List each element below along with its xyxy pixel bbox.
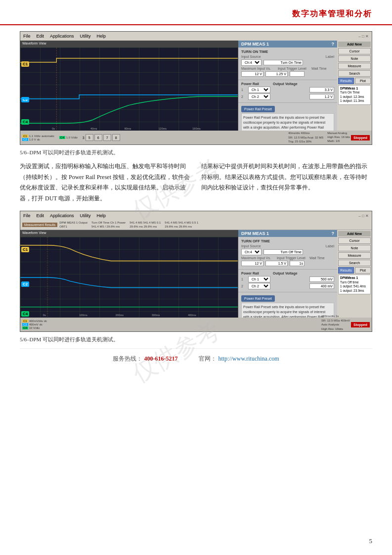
menu-help[interactable]: Help (97, 34, 106, 39)
screenshot-1: File Edit Applications Utility Help – □ … (20, 31, 372, 145)
input-source-val-row: Ch:4 (241, 59, 334, 66)
pr-label-2: Power Rail (241, 272, 271, 275)
results-btn[interactable]: Results (338, 78, 354, 84)
search-btn[interactable]: Search (338, 70, 371, 77)
ch1-select-2[interactable]: Ch 1 (248, 276, 270, 282)
ch1-output-field[interactable] (309, 87, 334, 92)
meas-h2: 541.4 MS 541.4 MS 0.1 (130, 221, 161, 225)
input-source-label-2: Input Source (241, 244, 261, 248)
menu-utility[interactable]: Utility (80, 34, 91, 39)
plot-btn[interactable]: Plot (355, 78, 371, 84)
ch2-num: 2 (241, 95, 246, 98)
plot-btn-2[interactable]: Plot (355, 267, 371, 274)
voltage-vals-row (241, 71, 334, 77)
results-btn-2[interactable]: Results (338, 267, 354, 274)
ch4-volt-2: 10 V/div (29, 326, 40, 329)
meas-results-label: Measurement Results (22, 223, 57, 227)
trigger-level-label: Input Trigger Level (278, 67, 306, 70)
osc-main-2: Waveform View C1 C2 C4 (20, 230, 372, 318)
cursor-btn-2[interactable]: Cursor (338, 237, 371, 244)
result-line1-1: Turn On Time (340, 91, 369, 94)
dpm-help-icon[interactable]: ? (332, 42, 335, 46)
label-field-2[interactable] (263, 249, 303, 255)
meas-v3: 29.6% ms 29.6% ms (165, 225, 198, 229)
menu-edit[interactable]: Edit (37, 34, 44, 39)
menu2-applications[interactable]: Applications (50, 213, 74, 218)
menu2-file[interactable]: File (23, 213, 31, 218)
menu2-help[interactable]: Help (97, 213, 106, 218)
input-source-row-2: Input Source Label (241, 244, 334, 248)
window-controls: – □ ✕ (358, 34, 369, 39)
ch2-num-2: 2 (241, 284, 246, 288)
ch-info-group: C1 1.1 V/div automatic C2 1.0 V dc (22, 135, 54, 141)
ch2-select-2[interactable]: Ch 2 (248, 283, 270, 289)
ch2-output-field-2[interactable] (309, 283, 334, 289)
trig-line2: SR: 12.5 MSa Acqt: 32 MS (288, 136, 323, 139)
result-title-1: DPMMeas 1 (340, 87, 369, 91)
num-btn-5[interactable]: 5 (86, 134, 93, 141)
ch1-select[interactable]: Ch 1 (248, 87, 270, 93)
trig-line3-2: Auto Analysis (321, 323, 350, 326)
menu2-utility[interactable]: Utility (80, 213, 91, 218)
meas-h3: 541.4 MS 541.4 MS 0.5 1 (165, 221, 198, 225)
power-rail-info-text-2: Power Rail Preset sets the inputs above … (241, 303, 334, 318)
trig-line5-2: Math: 1.5 (321, 331, 350, 332)
power-rail-preset-btn-2[interactable]: Power Rail Preset (241, 295, 275, 302)
output-label: Output Voltage (273, 82, 298, 86)
waveform-view-label: Waveform View (20, 41, 238, 47)
num-btn-6[interactable]: 6 (94, 134, 102, 141)
page-footer: 服务热线： 400-616-5217 官网： http://www.rituch… (20, 348, 372, 367)
max-input-field-2[interactable] (241, 261, 263, 266)
pr-header-row-2: Power Rail Output Voltage (241, 272, 334, 275)
menu2-edit[interactable]: Edit (37, 213, 44, 218)
svg-text:80ms: 80ms (125, 127, 131, 130)
trigger-level-field-2[interactable] (265, 261, 288, 266)
measure-btn[interactable]: Measure (338, 63, 371, 69)
trig-line4-2: High Res: 16bits (321, 327, 350, 331)
svg-text:200ms: 200ms (116, 314, 124, 317)
trig-line1: 40ms/div 400ms (288, 131, 323, 135)
dpm-title-1: DPM MEAS 1 (241, 42, 269, 46)
svg-text:0s: 0s (43, 314, 46, 317)
caption-2: 5/6–DPM 可以同时进行多轨道关机测试。 (20, 336, 372, 343)
search-btn-2[interactable]: Search (338, 260, 371, 266)
note-btn-2[interactable]: Note (338, 245, 371, 251)
pr-label: Power Rail (241, 82, 271, 86)
meas-values-area: DPM MEAS 1 Output OBT1 Turn Off Time Ch … (59, 221, 198, 229)
ch4-volt: 1.0 V/div (66, 136, 78, 139)
ch2-volt: 1.0 V (29, 138, 36, 141)
result-line3-1: 1 output: 11.3ms (340, 99, 369, 103)
menu-applications[interactable]: Applications (50, 34, 74, 39)
ch2-output-field[interactable] (309, 94, 334, 99)
caption-1: 5/6–DPM 可以同时进行多轨道开机测试。 (20, 149, 372, 156)
osc-main-1: Waveform View C1 C2 C4 (20, 41, 372, 131)
input-source-select-2[interactable]: Ch:4 (241, 249, 261, 255)
num-btn-7[interactable]: 7 (103, 134, 111, 141)
meas-results-bar: Measurement Results DPM MEAS 1 Output OB… (20, 220, 372, 230)
menu-file[interactable]: File (23, 34, 31, 39)
wait-time-field[interactable] (290, 71, 305, 77)
measure-btn-2[interactable]: Measure (338, 252, 371, 259)
result-line2-1: 1 output: 12.3ms (340, 95, 369, 99)
wait-time-field-2[interactable] (290, 261, 305, 266)
waveform-display-2: C1 C2 C4 0s (20, 237, 238, 318)
ch1-num-2: 1 (241, 278, 246, 281)
power-rail-preset-btn[interactable]: Power Rail Preset (241, 106, 275, 112)
stopped-btn-1[interactable]: Stopped (351, 135, 370, 140)
num-btn-8[interactable]: 8 (112, 134, 120, 141)
wait-time-label-2: Wait Time (309, 256, 325, 260)
stopped-btn-2[interactable]: Stopped (351, 322, 370, 327)
ch2-bottom-tag-2: C2 (22, 323, 28, 326)
input-source-select[interactable]: Ch:4 (241, 59, 261, 66)
ch1-output-field-2[interactable] (309, 277, 334, 282)
ch2-select[interactable]: Ch 2 (248, 93, 270, 100)
dpm-help-icon-2[interactable]: ? (332, 231, 335, 236)
note-btn[interactable]: Note (338, 55, 371, 62)
trigger-level-field[interactable] (265, 71, 288, 77)
cursor-btn[interactable]: Cursor (338, 48, 371, 54)
ch1-bottom: C1 1.1 V/div automatic (22, 135, 54, 138)
label-field[interactable] (263, 60, 303, 65)
trig-line2-2: SR: 12.5 MSa 400mV (321, 319, 350, 323)
svg-text:400ms: 400ms (188, 314, 196, 317)
max-input-field[interactable] (241, 71, 263, 77)
